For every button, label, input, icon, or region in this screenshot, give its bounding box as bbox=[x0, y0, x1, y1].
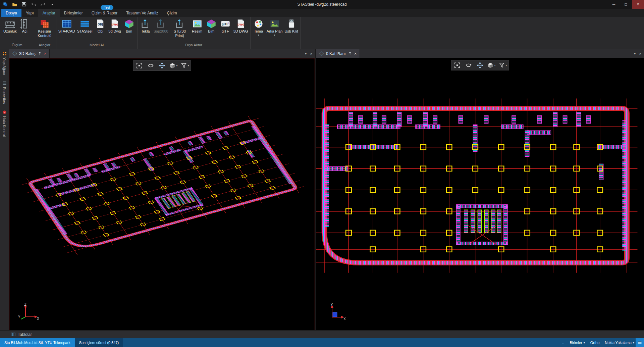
ribbon-button-label: Tema bbox=[254, 29, 263, 34]
ribbon-tab-yapı[interactable]: Yapı bbox=[21, 9, 38, 17]
tab-tables[interactable]: Tablolar bbox=[18, 332, 32, 337]
ribbon-tab-birleşimler[interactable]: Birleşimler bbox=[60, 9, 87, 17]
ribbon-button-uzunluk[interactable]: Uzunluk bbox=[2, 18, 18, 34]
axis-triad-plan: YX bbox=[324, 302, 346, 323]
ribbon-button-usb-kilit[interactable]: Usb Kilit bbox=[283, 18, 299, 34]
close-tab-icon[interactable]: × bbox=[44, 51, 47, 56]
close-panel-icon[interactable]: × bbox=[310, 52, 312, 56]
orbit-button[interactable] bbox=[463, 61, 474, 70]
dropdown-caret-icon: ▾ bbox=[176, 64, 177, 67]
ribbon-button-label: Arka Plan bbox=[267, 29, 283, 34]
ribbon-button-label: 3D DWG bbox=[233, 29, 248, 34]
dropdown-caret-icon: ▾ bbox=[505, 64, 507, 67]
filter-button[interactable]: ▾ bbox=[497, 61, 508, 70]
ribbon-button-açı[interactable]: Açı bbox=[18, 18, 32, 34]
tab-3d-view[interactable]: 3D Bakış × bbox=[9, 49, 50, 58]
statusbar-spacer bbox=[123, 338, 562, 347]
pin-icon[interactable] bbox=[38, 51, 42, 56]
ruler-vertical-icon bbox=[20, 19, 30, 29]
filter-button[interactable]: ▾ bbox=[179, 61, 191, 70]
ribbon-group-dışa-aktar: TeklaSap2000STL(3d Print)ResimBimglTFglT… bbox=[138, 17, 251, 49]
ribbon-group-label: Ölçüm bbox=[2, 43, 32, 49]
qat-caret-button[interactable] bbox=[50, 2, 55, 7]
plan-view-icon bbox=[319, 51, 324, 56]
redo-button[interactable] bbox=[40, 2, 46, 7]
tab-floor-plan[interactable]: 0 Kat Planı × bbox=[316, 49, 360, 58]
orbit-icon bbox=[148, 62, 154, 69]
ribbon-button-label: Kesişim Kontrolü bbox=[35, 29, 54, 38]
orbit-button[interactable] bbox=[145, 61, 156, 70]
pan-button[interactable] bbox=[157, 61, 168, 70]
tab-list-dropdown-icon[interactable]: ▾ bbox=[305, 51, 307, 56]
ribbon-button-sap2000[interactable]: Sap2000 bbox=[153, 18, 169, 34]
fit-view-button[interactable] bbox=[134, 61, 145, 70]
fit-view-button[interactable] bbox=[452, 61, 463, 70]
tables-icon bbox=[11, 332, 15, 337]
view-cube-button[interactable]: ▾ bbox=[168, 61, 179, 70]
maximize-button[interactable]: □ bbox=[620, 0, 632, 9]
close-button[interactable]: × bbox=[632, 0, 644, 9]
statusbar-panel-icon[interactable] bbox=[636, 338, 644, 347]
sidebar-tab-yapı-ağacı[interactable]: Yapı Ağacı bbox=[2, 51, 7, 75]
sidebar-tab-properties[interactable]: Properties bbox=[2, 81, 7, 104]
tab-floor-plan-label: 0 Kat Planı bbox=[326, 51, 346, 56]
status-birimler[interactable]: Birimler▾ bbox=[570, 341, 585, 345]
app-button[interactable] bbox=[3, 2, 8, 7]
close-tab-icon[interactable]: × bbox=[354, 51, 357, 56]
viewport-plan[interactable]: ▾▾ YX bbox=[316, 58, 644, 330]
svg-text:Y: Y bbox=[18, 315, 20, 319]
status-ortho[interactable]: Ortho bbox=[590, 341, 600, 345]
ribbon-button-bim[interactable]: Bim bbox=[122, 18, 136, 34]
ribbon-tab-çizim[interactable]: Çizim bbox=[163, 9, 181, 17]
properties-icon bbox=[2, 81, 7, 85]
ribbon-tab-tasarım-ve-analiz[interactable]: Tasarım Ve Analiz bbox=[122, 9, 162, 17]
sidebar-tab-hata-kontrol[interactable]: Hata Kontrol bbox=[2, 110, 7, 137]
pin-icon[interactable] bbox=[348, 51, 352, 56]
ribbon-tab-araçlar[interactable]: Araçlar bbox=[38, 9, 60, 17]
fit-view-icon bbox=[136, 62, 143, 69]
tabstrip-controls: ▾ × bbox=[634, 49, 644, 58]
ribbon-tab-dosya[interactable]: Dosya bbox=[1, 9, 21, 17]
view-cube-icon bbox=[487, 62, 493, 68]
svg-text:DWG: DWG bbox=[237, 23, 244, 26]
usb-icon bbox=[286, 19, 297, 29]
save-button[interactable] bbox=[21, 2, 27, 7]
ribbon-button-tema[interactable]: Tema▾ bbox=[252, 18, 266, 37]
dropdown-caret-icon: ▾ bbox=[274, 34, 275, 37]
view-cube-button[interactable]: ▾ bbox=[486, 61, 497, 70]
close-panel-icon[interactable]: × bbox=[639, 52, 641, 56]
ribbon-button-obj[interactable]: OBJObj bbox=[93, 18, 107, 34]
ribbon-button-3d-dwg[interactable]: DWG3d Dwg bbox=[107, 18, 122, 34]
title-bar: STASteel -dwg2d.steel4cad ─ □ × bbox=[0, 0, 644, 9]
tab-list-dropdown-icon[interactable]: ▾ bbox=[634, 51, 636, 56]
ribbon-button-label: Sap2000 bbox=[154, 29, 168, 34]
svg-text:OBJ: OBJ bbox=[98, 23, 103, 26]
undo-button[interactable] bbox=[31, 2, 36, 7]
viewport-3d[interactable]: ▾▾ YZX bbox=[9, 58, 315, 330]
ribbon-button-sta4cad[interactable]: STA4CAD bbox=[57, 18, 76, 34]
status-nokta-yakalama[interactable]: Nokta Yakalama▾ bbox=[605, 341, 634, 345]
ribbon-group-buttons: Kesişim Kontrolü bbox=[34, 17, 55, 43]
view-cube-icon bbox=[169, 62, 175, 69]
open-folder-button[interactable] bbox=[12, 2, 17, 7]
ribbon-group-buttons: STA4CADSTASteelOBJObjDWG3d DwgBim bbox=[57, 17, 136, 43]
application-window: STASteel -dwg2d.steel4cad ─ □ × Test Dos… bbox=[0, 0, 644, 347]
ribbon-button-label: STASteel bbox=[77, 29, 93, 34]
viewport-toolbar-plan: ▾▾ bbox=[451, 60, 509, 70]
ribbon-button-arka-plan[interactable]: Arka Plan▾ bbox=[266, 18, 284, 37]
ribbon-button-resim[interactable]: Resim bbox=[190, 18, 204, 34]
ribbon-button-bim[interactable]: Bim bbox=[204, 18, 218, 34]
ribbon-button-tekla[interactable]: Tekla bbox=[139, 18, 153, 34]
ribbon-button-stl-3d-print[interactable]: STL(3d Print) bbox=[169, 18, 190, 38]
minimize-button[interactable]: ─ bbox=[608, 0, 620, 9]
ribbon-button-label: Obj bbox=[98, 29, 103, 34]
ribbon-button-label: Açı bbox=[22, 29, 28, 34]
pan-button[interactable] bbox=[475, 61, 486, 70]
window-controls: ─ □ × bbox=[608, 0, 644, 9]
ribbon-button-kesişim-kontrolü[interactable]: Kesişim Kontrolü bbox=[34, 18, 55, 38]
ribbon-group-label bbox=[252, 43, 299, 49]
ribbon-button-3d-dwg[interactable]: DWG3D DWG bbox=[232, 18, 249, 34]
status-item-label: Nokta Yakalama bbox=[605, 341, 632, 345]
ribbon-button-stasteel[interactable]: STASteel bbox=[76, 18, 94, 34]
ribbon-button-gltf[interactable]: glTFglTF bbox=[218, 18, 232, 34]
